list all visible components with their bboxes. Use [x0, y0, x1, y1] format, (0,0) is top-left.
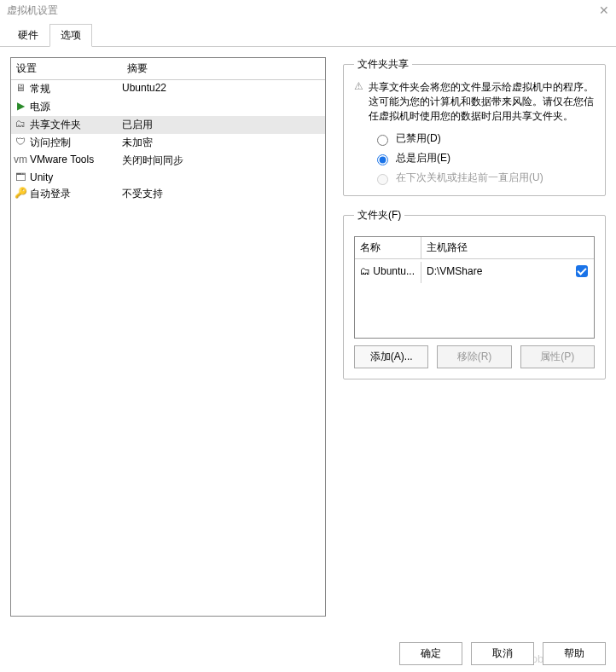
row-icon: 🛡 — [11, 136, 30, 150]
settings-list: 设置 摘要 🖥常规Ubuntu22▶电源🗂共享文件夹已启用🛡访问控制未加密vmV… — [10, 57, 326, 617]
list-row[interactable]: 🛡访问控制未加密 — [11, 134, 325, 152]
properties-button[interactable]: 属性(P) — [520, 345, 595, 368]
radio-always-input[interactable] — [377, 154, 388, 165]
row-icon: 🗂 — [11, 118, 30, 132]
dialog-footer: 确定 取消 帮助 — [399, 642, 606, 665]
row-summary: Ubuntu22 — [122, 82, 325, 96]
row-summary: 不受支持 — [122, 187, 325, 201]
folder-path: D:\VMShare — [421, 262, 570, 283]
row-label: 共享文件夹 — [30, 118, 122, 132]
tab-hardware[interactable]: 硬件 — [7, 24, 49, 47]
folders-group: 文件夹(F) 名称 主机路径 🗂 Ubuntu... D:\VMShare — [343, 208, 606, 379]
list-header-setting: 设置 — [11, 58, 122, 79]
ok-button[interactable]: 确定 — [399, 642, 462, 665]
folder-name: Ubuntu... — [373, 265, 415, 277]
row-summary — [122, 100, 325, 114]
window-title: 虚拟机设置 — [7, 3, 58, 18]
radio-until-input — [377, 174, 388, 185]
folders-legend: 文件夹(F) — [354, 208, 404, 223]
list-row[interactable]: 🗔Unity — [11, 170, 325, 185]
list-row[interactable]: ▶电源 — [11, 98, 325, 116]
list-row[interactable]: 🖥常规Ubuntu22 — [11, 80, 325, 98]
tab-bar: 硬件 选项 — [0, 20, 616, 47]
folder-icon: 🗂 — [360, 265, 370, 277]
list-row[interactable]: 🗂共享文件夹已启用 — [11, 116, 325, 134]
radio-disabled[interactable]: 已禁用(D) — [373, 131, 595, 146]
sharing-group: 文件夹共享 ⚠ 共享文件夹会将您的文件显示给虚拟机中的程序。这可能为您的计算机和… — [343, 57, 606, 196]
folder-header-name: 名称 — [355, 237, 421, 258]
titlebar: 虚拟机设置 ✕ — [0, 0, 616, 20]
list-header-summary: 摘要 — [122, 58, 325, 79]
radio-disabled-input[interactable] — [377, 135, 388, 146]
folder-header-path: 主机路径 — [421, 237, 570, 258]
warning-icon: ⚠ — [354, 80, 363, 123]
row-icon: 🔑 — [11, 187, 30, 201]
row-label: VMware Tools — [30, 154, 122, 168]
help-button[interactable]: 帮助 — [543, 642, 606, 665]
row-summary: 关闭时间同步 — [122, 154, 325, 168]
list-row[interactable]: vmVMware Tools关闭时间同步 — [11, 152, 325, 170]
cancel-button[interactable]: 取消 — [471, 642, 534, 665]
row-label: 常规 — [30, 82, 122, 96]
add-button[interactable]: 添加(A)... — [354, 345, 428, 368]
folder-enabled-checkbox[interactable] — [576, 265, 588, 277]
sharing-legend: 文件夹共享 — [354, 57, 412, 72]
warning-text: 共享文件夹会将您的文件显示给虚拟机中的程序。这可能为您的计算机和数据带来风险。请… — [369, 80, 595, 123]
row-label: 电源 — [30, 100, 122, 114]
radio-always[interactable]: 总是启用(E) — [373, 151, 595, 165]
row-label: Unity — [30, 171, 122, 183]
radio-until: 在下次关机或挂起前一直启用(U) — [373, 171, 595, 185]
row-icon: vm — [11, 154, 30, 168]
row-summary: 未加密 — [122, 136, 325, 150]
row-label: 自动登录 — [30, 187, 122, 201]
folder-listbox[interactable]: 名称 主机路径 🗂 Ubuntu... D:\VMShare — [354, 236, 595, 339]
close-icon[interactable]: ✕ — [599, 3, 609, 17]
row-summary: 已启用 — [122, 118, 325, 132]
folder-row[interactable]: 🗂 Ubuntu... D:\VMShare — [355, 259, 594, 286]
tab-options[interactable]: 选项 — [49, 24, 92, 47]
remove-button[interactable]: 移除(R) — [437, 345, 511, 368]
row-label: 访问控制 — [30, 136, 122, 150]
list-row[interactable]: 🔑自动登录不受支持 — [11, 185, 325, 203]
row-icon: ▶ — [11, 100, 30, 114]
row-icon: 🗔 — [11, 171, 30, 183]
row-summary — [122, 171, 325, 183]
row-icon: 🖥 — [11, 82, 30, 96]
